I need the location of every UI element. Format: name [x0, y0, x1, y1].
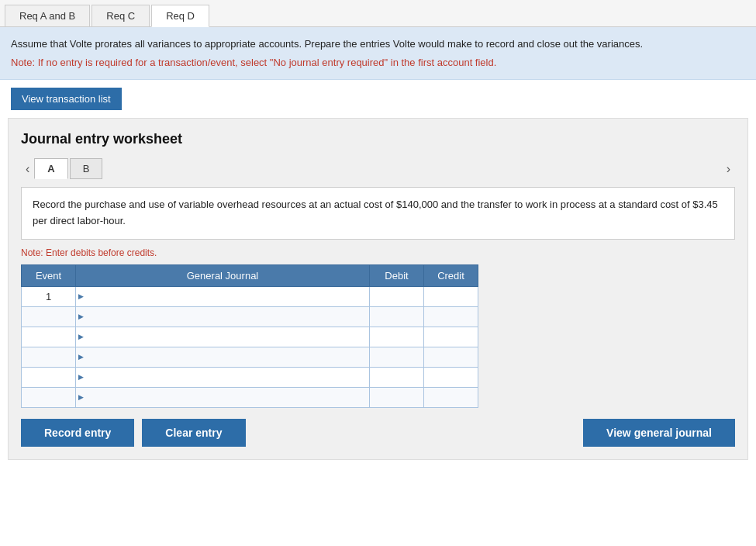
debit-input-5[interactable]: [370, 388, 423, 407]
credit-input-1[interactable]: [424, 307, 478, 327]
credit-input-3[interactable]: [424, 347, 478, 367]
debit-cell-5[interactable]: [370, 387, 424, 407]
subtab-next-arrow[interactable]: ›: [722, 161, 735, 178]
debit-input-1[interactable]: [370, 307, 423, 327]
debit-input-4[interactable]: [370, 368, 423, 387]
event-cell-4: [22, 367, 76, 387]
instruction-note: Note: If no entry is required for a tran…: [11, 55, 745, 71]
credit-cell-3[interactable]: [424, 347, 478, 367]
view-general-journal-button[interactable]: View general journal: [583, 419, 735, 447]
journal-cell-1[interactable]: [76, 306, 370, 327]
journal-cell-0[interactable]: [76, 286, 370, 306]
journal-cell-2[interactable]: [76, 327, 370, 347]
debit-cell-0[interactable]: [370, 286, 424, 306]
tabs-bar: Req A and B Req C Req D: [0, 0, 756, 27]
debit-input-3[interactable]: [370, 347, 423, 367]
credit-cell-5[interactable]: [424, 387, 478, 407]
subtab-a[interactable]: A: [34, 158, 67, 179]
journal-table: Event General Journal Debit Credit 1: [21, 264, 478, 408]
col-header-credit: Credit: [424, 264, 478, 286]
worksheet-card: Journal entry worksheet ‹ A B › Record t…: [8, 118, 748, 460]
journal-input-4[interactable]: [76, 368, 369, 387]
table-row: [22, 367, 478, 387]
credit-cell-2[interactable]: [424, 327, 478, 347]
journal-cell-4[interactable]: [76, 367, 370, 387]
journal-input-5[interactable]: [76, 388, 369, 407]
credit-input-0[interactable]: [424, 287, 478, 306]
journal-input-1[interactable]: [76, 307, 369, 327]
view-transaction-list-button[interactable]: View transaction list: [11, 88, 122, 110]
debit-cell-4[interactable]: [370, 367, 424, 387]
table-row: [22, 306, 478, 327]
table-row: [22, 387, 478, 407]
journal-input-3[interactable]: [76, 347, 369, 367]
description-text: Record the purchase and use of variable …: [33, 199, 718, 226]
credit-input-4[interactable]: [424, 368, 478, 387]
subtab-b[interactable]: B: [70, 158, 103, 179]
instruction-area: Assume that Volte prorates all variances…: [0, 27, 756, 80]
credit-input-5[interactable]: [424, 388, 478, 407]
debit-cell-1[interactable]: [370, 306, 424, 327]
subtab-prev-arrow[interactable]: ‹: [21, 161, 34, 178]
description-box: Record the purchase and use of variable …: [21, 187, 735, 240]
instruction-main-text: Assume that Volte prorates all variances…: [11, 38, 643, 50]
event-cell-5: [22, 387, 76, 407]
bottom-buttons: Record entry Clear entry View general jo…: [21, 419, 735, 447]
event-cell-1: [22, 306, 76, 327]
clear-entry-button[interactable]: Clear entry: [142, 419, 245, 447]
note-debits: Note: Enter debits before credits.: [21, 247, 735, 258]
event-cell-0: 1: [22, 286, 76, 306]
journal-input-0[interactable]: [76, 287, 369, 306]
journal-input-2[interactable]: [76, 327, 369, 347]
credit-cell-0[interactable]: [424, 286, 478, 306]
event-cell-3: [22, 347, 76, 367]
col-header-journal: General Journal: [76, 264, 370, 286]
col-header-debit: Debit: [370, 264, 424, 286]
table-row: [22, 347, 478, 367]
credit-input-2[interactable]: [424, 327, 478, 347]
debit-cell-3[interactable]: [370, 347, 424, 367]
credit-cell-1[interactable]: [424, 306, 478, 327]
debit-cell-2[interactable]: [370, 327, 424, 347]
credit-cell-4[interactable]: [424, 367, 478, 387]
event-cell-2: [22, 327, 76, 347]
journal-cell-5[interactable]: [76, 387, 370, 407]
debit-input-0[interactable]: [370, 287, 423, 306]
subtabs-nav: ‹ A B ›: [21, 158, 735, 179]
table-row: [22, 327, 478, 347]
worksheet-title: Journal entry worksheet: [21, 131, 735, 147]
tab-req-c[interactable]: Req C: [91, 5, 150, 26]
col-header-event: Event: [22, 264, 76, 286]
journal-cell-3[interactable]: [76, 347, 370, 367]
record-entry-button[interactable]: Record entry: [21, 419, 134, 447]
debit-input-2[interactable]: [370, 327, 423, 347]
table-row: 1: [22, 286, 478, 306]
tab-req-d[interactable]: Req D: [151, 5, 209, 27]
tab-req-ab[interactable]: Req A and B: [5, 5, 90, 26]
